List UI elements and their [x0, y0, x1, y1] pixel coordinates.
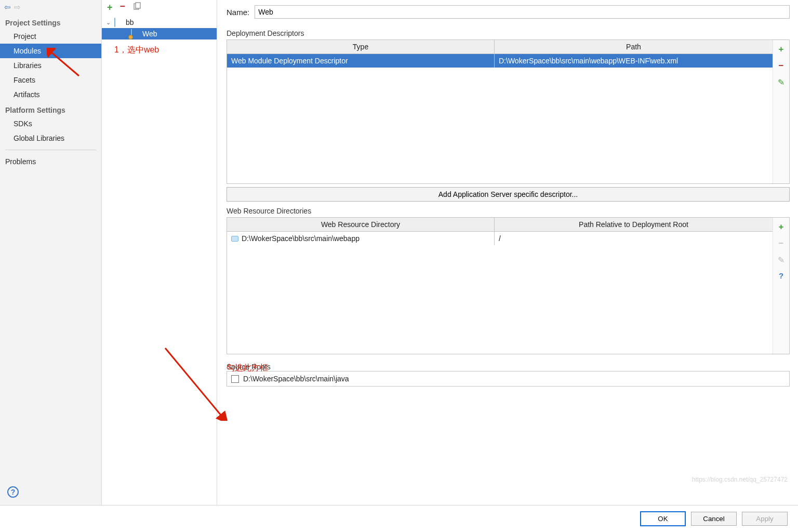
wrd-add-icon[interactable]: + — [779, 222, 784, 232]
table-row[interactable]: Web Module Deployment Descriptor D:\Woke… — [227, 54, 773, 68]
sidebar-item-facets[interactable]: Facets — [0, 73, 101, 87]
web-resource-dirs-heading: Web Resource Directories — [227, 207, 790, 215]
add-app-server-descriptor-button[interactable]: Add Application Server specific descript… — [227, 187, 790, 202]
wrd-remove-icon[interactable]: − — [779, 238, 784, 249]
sidebar-item-artifacts[interactable]: Artifacts — [0, 87, 101, 102]
apply-button[interactable]: Apply — [742, 512, 788, 526]
source-root-path: D:\WokerSpace\bb\src\main\java — [243, 375, 349, 383]
cancel-button[interactable]: Cancel — [691, 512, 737, 526]
wrd-col-dir: Web Resource Directory — [227, 218, 495, 232]
dialog-footer: OK Cancel Apply — [0, 505, 798, 532]
tree-item-label: bb — [126, 18, 134, 26]
project-settings-heading: Project Settings — [0, 15, 101, 29]
cell: Web Module Deployment Descriptor — [231, 57, 348, 65]
help-icon[interactable]: ? — [7, 486, 19, 498]
name-input[interactable] — [255, 5, 790, 19]
source-roots-heading: Source Roots — [227, 363, 271, 371]
table-row[interactable]: D:\WokerSpace\bb\src\main\webapp / — [227, 232, 773, 246]
dd-edit-icon[interactable]: ✎ — [778, 77, 784, 87]
tree-module-bb[interactable]: ⌄ bb — [102, 17, 217, 28]
tree-facet-web[interactable]: Web — [102, 28, 217, 39]
annotation-text-1: 1，选中web — [114, 45, 159, 56]
web-facet-icon — [131, 29, 132, 38]
cell: D:\WokerSpace\bb\src\main\webapp — [242, 234, 360, 243]
tree-item-label: Web — [142, 30, 157, 38]
svg-rect-2 — [136, 3, 140, 8]
sidebar-item-modules[interactable]: Modules — [0, 44, 101, 58]
dd-col-path: Path — [495, 40, 773, 54]
add-module-icon[interactable]: + — [107, 2, 113, 13]
cell: / — [499, 234, 501, 243]
cell: D:\WokerSpace\bb\src\main\webapp\WEB-INF… — [499, 57, 678, 65]
web-resource-dirs-table[interactable]: Web Resource Directory Path Relative to … — [227, 218, 773, 245]
source-roots-panel: D:\WokerSpace\bb\src\main\java — [227, 371, 790, 387]
copy-module-icon[interactable] — [132, 2, 142, 13]
nav-back-icon[interactable]: ⇦ — [4, 3, 11, 12]
remove-module-icon[interactable]: − — [120, 1, 126, 12]
name-label: Name: — [227, 8, 249, 17]
sidebar-item-problems[interactable]: Problems — [0, 154, 101, 169]
facet-details: Name: Deployment Descriptors Type Path W… — [217, 0, 798, 505]
deployment-descriptors-heading: Deployment Descriptors — [227, 29, 790, 37]
ok-button[interactable]: OK — [640, 511, 686, 526]
dd-remove-icon[interactable]: − — [779, 61, 784, 71]
modules-panel: + − ⌄ bb Web 1，选中web — [102, 0, 217, 505]
wrd-edit-icon[interactable]: ✎ — [778, 255, 784, 265]
dd-col-type: Type — [227, 40, 495, 54]
folder-icon — [114, 18, 115, 27]
deployment-descriptors-table[interactable]: Type Path Web Module Deployment Descript… — [227, 40, 773, 68]
wrd-help-icon[interactable]: ? — [779, 271, 783, 280]
platform-settings-heading: Platform Settings — [0, 102, 101, 116]
watermark: https://blog.csdn.net/qq_25727472 — [692, 476, 788, 483]
sidebar-item-sdks[interactable]: SDKs — [0, 116, 101, 131]
sidebar-item-project[interactable]: Project — [0, 29, 101, 44]
settings-sidebar: ⇦ ⇨ Project Settings Project Modules Lib… — [0, 0, 102, 505]
chevron-down-icon: ⌄ — [106, 19, 112, 26]
sidebar-item-global-libraries[interactable]: Global Libraries — [0, 131, 101, 145]
folder-icon — [231, 236, 238, 242]
nav-forward-icon[interactable]: ⇨ — [14, 3, 21, 12]
sidebar-separator — [5, 150, 96, 150]
sidebar-item-libraries[interactable]: Libraries — [0, 58, 101, 73]
source-root-checkbox[interactable] — [231, 375, 239, 383]
dd-add-icon[interactable]: + — [779, 44, 784, 55]
wrd-col-rel: Path Relative to Deployment Root — [495, 218, 773, 232]
